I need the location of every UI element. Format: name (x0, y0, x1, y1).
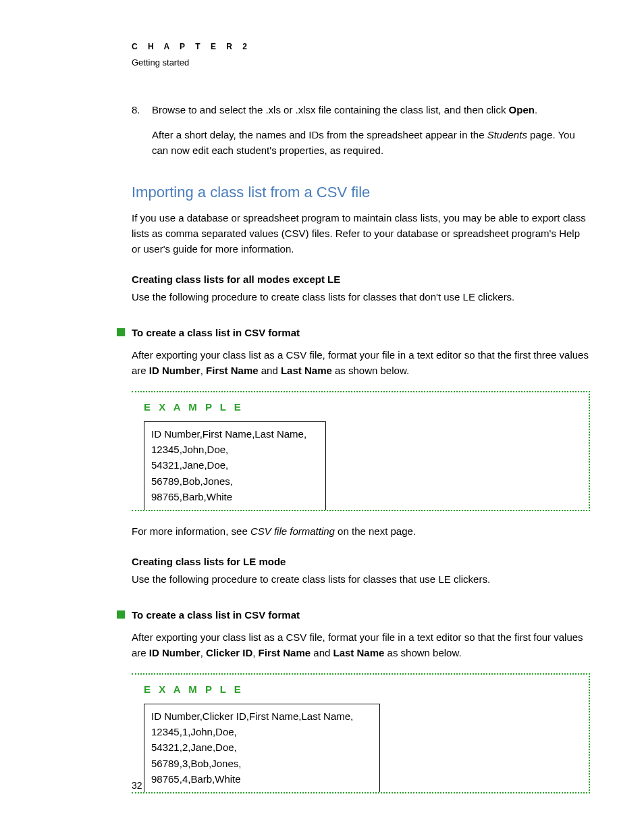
text: on the next page. (335, 525, 416, 537)
chapter-label: C H A P T E R 2 (132, 41, 590, 53)
csv-line: 56789,Bob,Jones, (151, 473, 319, 489)
csv-line: 54321,Jane,Doe, (151, 457, 319, 473)
example-2-block: E X A M P L E ID Number,Clicker ID,First… (132, 673, 590, 794)
subheading-1-text: Use the following procedure to create cl… (132, 289, 590, 305)
bold-text: ID Number (149, 365, 200, 376)
csv-line: 56789,3,Bob,Jones, (151, 756, 373, 771)
text: , (252, 647, 258, 658)
bold-text: First Name (206, 365, 259, 376)
csv-line: 54321,2,Jane,Doe, (151, 739, 373, 755)
example-1-block: E X A M P L E ID Number,First Name,Last … (132, 391, 590, 512)
bullet-square-icon (117, 328, 125, 336)
text: , (200, 647, 206, 658)
bold-text: ID Number (149, 647, 200, 658)
procedure-1-heading: To create a class list in CSV format (132, 325, 300, 340)
csv-line: ID Number,First Name,Last Name, (151, 426, 319, 442)
subheading-1: Creating class lists for all modes excep… (132, 271, 590, 287)
procedure-2-heading-row: To create a class list in CSV format (117, 607, 590, 623)
csv-line: ID Number,Clicker ID,First Name,Last Nam… (151, 708, 373, 724)
csv-line: 98765,4,Barb,White (151, 771, 373, 787)
csv-line: 12345,1,John,Doe, (151, 724, 373, 739)
section-heading: Importing a class list from a CSV file (132, 181, 590, 204)
page-number: 32 (132, 779, 142, 793)
text: as shown below. (332, 365, 409, 376)
subheading-2-text: Use the following procedure to create cl… (132, 571, 590, 587)
bold-text: First Name (259, 647, 311, 658)
bold-text: Last Name (281, 365, 332, 376)
example-label: E X A M P L E (132, 392, 589, 420)
bold-text: Last Name (333, 647, 385, 658)
csv-line: 98765,Barb,White (151, 489, 319, 504)
step-8: 8. Browse to and select the .xls or .xls… (132, 102, 590, 159)
section-intro: If you use a database or spreadsheet pro… (132, 210, 590, 257)
step-8-line-1: Browse to and select the .xls or .xlsx f… (152, 102, 590, 118)
text: and (311, 647, 333, 658)
text: For more information, see (132, 525, 250, 537)
more-info-text: For more information, see CSV file forma… (132, 523, 590, 539)
step-number: 8. (132, 102, 152, 159)
example-2-csv-box: ID Number,Clicker ID,First Name,Last Nam… (144, 704, 380, 792)
procedure-1-text: After exporting your class list as a CSV… (132, 347, 590, 379)
bold-text: Open (509, 104, 535, 115)
csv-line: 12345,John,Doe, (151, 442, 319, 457)
italic-text: Students (487, 129, 527, 140)
text: as shown below. (384, 647, 461, 658)
bullet-square-icon (117, 610, 125, 619)
text: Browse to and select the .xls or .xlsx f… (152, 104, 509, 115)
text: After a short delay, the names and IDs f… (152, 129, 487, 140)
procedure-2-text: After exporting your class list as a CSV… (132, 629, 590, 661)
text: . (535, 104, 537, 115)
text: and (259, 365, 281, 376)
procedure-2-heading: To create a class list in CSV format (132, 607, 300, 623)
step-8-line-2: After a short delay, the names and IDs f… (152, 127, 590, 159)
example-1-csv-box: ID Number,First Name,Last Name, 12345,Jo… (144, 421, 326, 510)
subheading-2: Creating class lists for LE mode (132, 554, 590, 569)
italic-text: CSV file formatting (250, 525, 335, 537)
chapter-header: C H A P T E R 2 Getting started (132, 41, 590, 70)
text: , (200, 365, 206, 376)
chapter-subtitle: Getting started (132, 56, 590, 70)
example-label: E X A M P L E (132, 675, 589, 702)
bold-text: Clicker ID (206, 647, 252, 658)
procedure-1-heading-row: To create a class list in CSV format (117, 325, 590, 340)
